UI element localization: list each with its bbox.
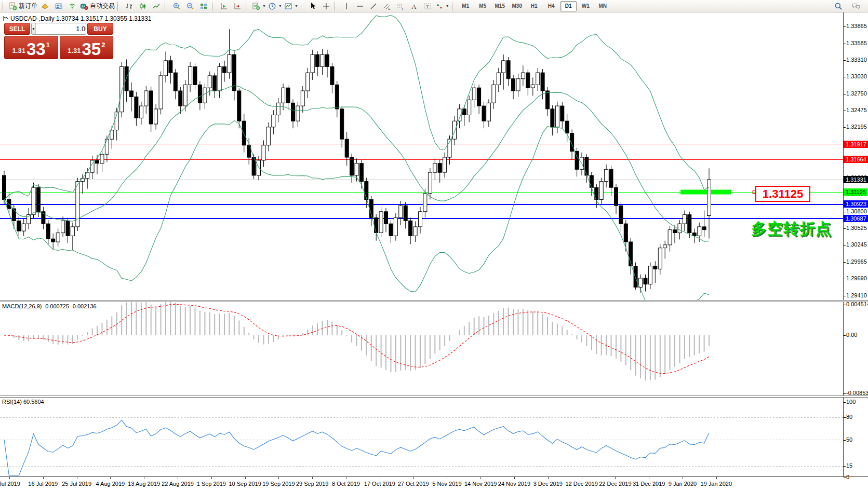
price-level-label: 1.31331 — [844, 176, 868, 183]
search-button[interactable] — [832, 1, 845, 11]
autotrading-button[interactable]: 自动交易 — [79, 1, 116, 11]
time-axis-tick-mark — [9, 477, 10, 479]
cursor-button[interactable] — [306, 1, 319, 11]
sell-price-box[interactable]: 1.31 33 1 — [4, 36, 58, 59]
market-depth-icon — [41, 2, 49, 10]
axis-tick-mark — [844, 228, 846, 229]
rsi-axis-tick: 100 — [846, 399, 856, 405]
text-button[interactable]: A — [407, 1, 421, 11]
axis-tick-mark — [844, 466, 846, 467]
rsi-axis-tick: 50 — [846, 437, 852, 443]
mql5-community-button[interactable] — [52, 1, 65, 11]
time-axis-label: 10 Sep 2019 — [229, 481, 261, 487]
rsi-label: RSI(14) 60.5604 — [2, 399, 44, 405]
time-axis[interactable]: Jul 201916 Jul 201925 Jul 20194 Aug 2019… — [0, 477, 843, 491]
chevron-down-icon[interactable]: ▼ — [262, 4, 266, 8]
cursor-icon — [309, 2, 317, 10]
periods-button[interactable]: ▼ — [267, 1, 283, 11]
volume-input[interactable] — [36, 23, 86, 34]
macd-axis-tick: 0.00 — [846, 332, 857, 338]
auto-scroll-button[interactable] — [217, 1, 231, 11]
toolbar-separator — [246, 2, 249, 11]
indicators-button[interactable]: ▼ — [251, 1, 267, 11]
text-label-button[interactable]: T — [421, 1, 434, 11]
zoom-out-button[interactable] — [183, 1, 197, 11]
toolbar-separator — [452, 2, 455, 11]
price-level-tag[interactable]: 1.31125 — [755, 186, 810, 202]
axis-tick-mark — [844, 296, 846, 296]
time-axis-label: 22 Dec 2019 — [599, 481, 631, 487]
buy-price-box[interactable]: 1.31 35 2 — [60, 36, 114, 59]
pane-splitter-rsi[interactable] — [0, 395, 868, 398]
time-axis-tick-mark — [615, 477, 616, 479]
pane-splitter-macd[interactable] — [0, 300, 868, 302]
time-axis-label: 29 Sep 2019 — [296, 481, 328, 487]
tile-windows-button[interactable] — [197, 1, 210, 11]
zoom-in-button[interactable] — [170, 1, 183, 11]
line-chart-icon — [152, 2, 161, 10]
market-depth-button[interactable] — [38, 1, 52, 11]
auto-scroll-icon — [220, 2, 228, 10]
time-axis-tick-mark — [245, 477, 246, 479]
rsi-axis-tick: 80 — [846, 414, 852, 420]
channel-button[interactable]: E — [380, 1, 394, 11]
time-axis-tick-mark — [514, 477, 515, 479]
price-axis-tick: 1.32195 — [846, 124, 867, 130]
time-axis-tick-mark — [77, 477, 77, 479]
buy-price-small: 1.31 — [68, 47, 81, 54]
axis-tick-mark — [844, 60, 846, 61]
timeframe-m1-button[interactable]: M1 — [458, 1, 474, 11]
timeframe-m5-button[interactable]: M5 — [475, 1, 491, 11]
timeframe-m30-button[interactable]: M30 — [509, 1, 525, 11]
fibonacci-button[interactable]: F — [394, 1, 407, 11]
sell-button[interactable]: SELL — [4, 23, 30, 35]
price-axis-tick: 1.32475 — [846, 107, 867, 114]
macd-pane-canvas[interactable] — [0, 302, 843, 395]
time-axis-tick-mark — [413, 477, 414, 479]
timeframe-h4-button[interactable]: H4 — [543, 1, 559, 11]
timeframe-mn-button[interactable]: MN — [595, 1, 611, 11]
buy-button[interactable]: BUY — [87, 23, 113, 35]
price-axis[interactable]: 1.338651.335851.333101.330301.327501.324… — [843, 12, 868, 476]
arrows-button[interactable]: ▼ — [434, 1, 450, 11]
vertical-line-button[interactable] — [340, 1, 353, 11]
templates-button[interactable]: ▼ — [283, 1, 299, 11]
main-chart-canvas[interactable] — [0, 12, 843, 300]
crosshair-button[interactable] — [319, 1, 333, 11]
bar-chart-button[interactable] — [123, 1, 136, 11]
time-axis-label: 25 Jul 2019 — [62, 481, 91, 487]
toolbar-separator — [335, 2, 338, 11]
turning-point-annotation[interactable]: 多空转折点 — [751, 219, 832, 240]
time-axis-label: 19 Sep 2019 — [262, 481, 295, 487]
volume-stepper: ▼ ▲ — [31, 23, 86, 35]
horizontal-line-button[interactable] — [353, 1, 367, 11]
price-level-label: 1.31664 — [844, 156, 868, 163]
price-axis-tick: 1.33030 — [846, 73, 867, 80]
timeframe-m15-button[interactable]: M15 — [492, 1, 508, 11]
volume-decrease-button[interactable]: ▼ — [32, 23, 36, 34]
sell-button-label: SELL — [9, 25, 25, 33]
candle-chart-button[interactable] — [136, 1, 150, 11]
timeframe-h1-button[interactable]: H1 — [526, 1, 542, 11]
timeframe-w1-button[interactable]: W1 — [578, 1, 594, 11]
new-order-label: 新订单 — [19, 2, 37, 10]
chevron-down-icon[interactable]: ▼ — [446, 4, 449, 8]
timeframe-d1-button[interactable]: D1 — [560, 1, 577, 11]
chart-shift-button[interactable] — [231, 1, 244, 11]
chat-button[interactable] — [849, 1, 863, 11]
chevron-down-icon[interactable]: ▼ — [295, 4, 298, 8]
line-chart-button[interactable] — [150, 1, 163, 11]
signals-button[interactable] — [65, 1, 79, 11]
time-axis-label: 9 Jan 2020 — [669, 481, 697, 487]
rsi-pane-canvas[interactable] — [0, 398, 843, 476]
candle-chart-icon — [139, 2, 147, 10]
time-axis-label: 12 Dec 2019 — [565, 481, 597, 487]
one-click-trade-panel: SELL ▼ ▲ BUY 1.31 33 1 1.31 35 2 — [4, 23, 113, 59]
time-axis-label: 16 Jul 2019 — [28, 481, 58, 487]
vertical-line-icon — [342, 2, 351, 10]
new-order-button[interactable]: 新订单 — [8, 1, 38, 11]
search-icon — [834, 2, 843, 10]
chevron-down-icon[interactable]: ▼ — [278, 4, 282, 8]
new-order-icon — [9, 2, 17, 10]
trendline-button[interactable] — [367, 1, 380, 11]
